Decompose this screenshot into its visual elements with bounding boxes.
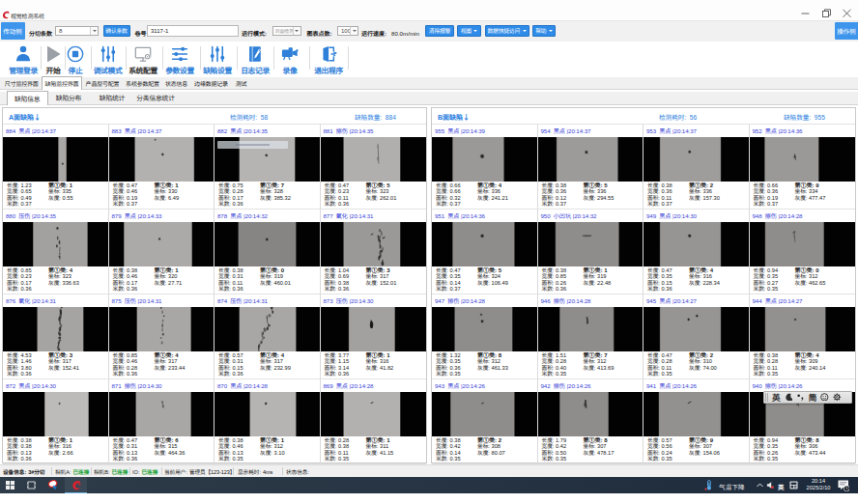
view-menu-button[interactable]: 视图 bbox=[457, 25, 481, 37]
toolbar-button-7[interactable]: 缺陷设置 bbox=[199, 44, 236, 76]
split-count-select[interactable]: 8 bbox=[55, 26, 99, 37]
defect-cell-873[interactable]: 873 压伤 |20:14:30长度: 3.77 宽度: 1.15 面积: 3.… bbox=[321, 294, 427, 379]
confirm-count-button[interactable]: 确认条数 bbox=[103, 25, 130, 37]
tab-sub-4[interactable]: 分类信息统计 bbox=[131, 92, 180, 104]
defect-thumbnail[interactable] bbox=[432, 392, 537, 436]
defect-cell-876[interactable]: 876 氧化 |20:14:31长度: 4.53 宽度: 1.46 面积: 3.… bbox=[3, 294, 109, 379]
defect-thumbnail[interactable] bbox=[3, 222, 108, 266]
defect-thumbnail[interactable] bbox=[321, 222, 427, 266]
defect-thumbnail[interactable] bbox=[644, 392, 749, 436]
defect-cell-880[interactable]: 880 压伤 |20:14:35长度: 0.85 宽度: 0.23 面积: 0.… bbox=[3, 210, 109, 294]
defect-cell-950[interactable]: 950 小凹坑 |20:14:32长度: 0.38 宽度: 0.85 面积: 0… bbox=[538, 210, 644, 294]
defect-thumbnail[interactable] bbox=[538, 307, 644, 351]
defect-cell-952[interactable]: 952 黑点 |20:14:36长度: 0.66 宽度: 0.36 面积: 0.… bbox=[750, 125, 856, 210]
defect-cell-948[interactable]: 948 擦伤 |20:14:28长度: 0.94 宽度: 0.35 面积: 0.… bbox=[750, 210, 856, 294]
defect-thumbnail[interactable] bbox=[321, 307, 427, 351]
active-app-button[interactable] bbox=[65, 477, 87, 493]
defect-cell-946[interactable]: 946 擦伤 |20:14:28长度: 1.51 宽度: 0.28 面积: 0.… bbox=[538, 294, 644, 379]
defect-thumbnail[interactable] bbox=[3, 137, 108, 182]
defect-cell-949[interactable]: 949 黑点 |20:14:30长度: 0.47 宽度: 0.35 面积: 0.… bbox=[644, 210, 750, 294]
defect-thumbnail[interactable] bbox=[109, 392, 214, 436]
ime-mode-button[interactable]: 简 bbox=[809, 393, 817, 402]
defect-thumbnail[interactable] bbox=[538, 222, 644, 266]
defect-cell-947[interactable]: 947 擦伤 |20:14:28长度: 1.32 宽度: 0.35 面积: 0.… bbox=[432, 294, 538, 379]
tab-sub-3[interactable]: 缺陷统计 bbox=[94, 92, 130, 104]
defect-cell-942[interactable]: 942 擦伤 |20:14:26长度: 1.79 宽度: 0.42 面积: 0.… bbox=[538, 379, 644, 464]
chart-points-select[interactable]: 100 bbox=[337, 26, 358, 37]
clear-alarm-button[interactable]: 清除报警 bbox=[425, 25, 454, 37]
defect-thumbnail[interactable] bbox=[109, 222, 214, 266]
ime-lang-button[interactable]: 英 bbox=[772, 393, 781, 402]
defect-thumbnail[interactable] bbox=[644, 137, 749, 182]
toolbar-button-10[interactable]: 退出程序 bbox=[310, 44, 347, 76]
defect-cell-881[interactable]: 881 擦伤 |20:14:35长度: 0.47 宽度: 0.23 面积: 0.… bbox=[321, 125, 427, 210]
defect-cell-875[interactable]: 875 压伤 |20:14:31长度: 0.85 宽度: 0.46 面积: 0.… bbox=[109, 294, 215, 379]
smiley-icon[interactable] bbox=[820, 393, 829, 402]
restore-button[interactable] bbox=[821, 9, 832, 18]
ime-keyboard-icon[interactable] bbox=[789, 481, 798, 490]
defect-thumbnail[interactable] bbox=[644, 307, 749, 351]
taskbar-clock[interactable]: 20:142025/2/10 bbox=[799, 478, 838, 492]
defect-thumbnail[interactable] bbox=[109, 307, 214, 351]
defect-thumbnail[interactable] bbox=[214, 392, 320, 436]
run-mode-select[interactable]: 双面检测 bbox=[272, 26, 301, 37]
tab-main-3[interactable]: 产品型号配置 bbox=[82, 77, 123, 89]
defect-cell-954[interactable]: 954 黑点 |20:14:37长度: 0.38 宽度: 0.36 面积: 0.… bbox=[538, 125, 644, 210]
help-menu-button[interactable]: 帮助 bbox=[532, 25, 556, 37]
settings-gear-icon[interactable] bbox=[833, 393, 842, 402]
defect-cell-882[interactable]: 882 黑点 |20:14:35长度: 0.75 宽度: 0.28 面积: 0.… bbox=[214, 125, 321, 210]
defect-thumbnail[interactable] bbox=[214, 307, 320, 351]
toolbar-button-3[interactable]: 停止 bbox=[63, 44, 88, 76]
defect-thumbnail[interactable] bbox=[214, 222, 320, 266]
weather-text[interactable]: 气温下降 bbox=[719, 482, 745, 491]
defect-thumbnail[interactable] bbox=[538, 137, 644, 182]
defect-thumbnail[interactable] bbox=[432, 222, 537, 266]
defect-thumbnail[interactable] bbox=[321, 137, 427, 182]
defect-cell-872[interactable]: 872 黑点 |20:14:30长度: 0.38 宽度: 0.38 面积: 0.… bbox=[3, 379, 109, 464]
taskview-icon[interactable] bbox=[27, 481, 36, 490]
defect-cell-877[interactable]: 877 氧化 |20:14:31长度: 1.04 宽度: 0.69 面积: 0.… bbox=[321, 210, 427, 294]
defect-cell-944[interactable]: 944 黑点 |20:14:27长度: 0.38 宽度: 0.28 面积: 0.… bbox=[750, 294, 856, 379]
tab-main-4[interactable]: 系统参数配置 bbox=[123, 77, 162, 89]
defect-thumbnail[interactable] bbox=[432, 137, 537, 182]
toolbar-button-6[interactable]: 参数设置 bbox=[161, 44, 198, 76]
chevron-up-icon[interactable] bbox=[756, 481, 764, 490]
toolbar-button-8[interactable]: 日志记录 bbox=[237, 44, 273, 76]
defect-cell-878[interactable]: 878 黑点 |20:14:32长度: 0.38 宽度: 0.31 面积: 0.… bbox=[214, 210, 321, 294]
toolbar-button-4[interactable]: 调试模式 bbox=[90, 44, 127, 76]
tab-main-6[interactable]: 边缘数据记录 bbox=[190, 77, 232, 89]
tab-main-2[interactable]: 缺陷监控界面 bbox=[42, 76, 82, 90]
tab-sub-1[interactable]: 缺陷信息 bbox=[7, 91, 49, 105]
punct-icon[interactable] bbox=[796, 393, 805, 402]
defect-thumbnail[interactable] bbox=[3, 307, 108, 351]
speaker-muted-icon[interactable] bbox=[766, 481, 775, 490]
combo-arrow-button[interactable] bbox=[90, 27, 98, 36]
defect-thumbnail[interactable] bbox=[538, 392, 644, 436]
defect-cell-870[interactable]: 870 黑点 |20:14:28长度: 0.38 宽度: 0.46 面积: 0.… bbox=[214, 379, 321, 464]
defect-thumbnail[interactable] bbox=[109, 137, 214, 182]
tab-main-1[interactable]: 尺寸监控界面 bbox=[2, 77, 43, 89]
defect-thumbnail[interactable] bbox=[750, 137, 856, 182]
defect-thumbnail[interactable] bbox=[750, 222, 856, 266]
toolbar-button-9[interactable]: 录像 bbox=[277, 44, 302, 76]
toolbar-button-5[interactable]: 系统配置 bbox=[125, 44, 161, 76]
defect-cell-941[interactable]: 941 黑点 |20:14:26长度: 0.57 宽度: 0.56 面积: 0.… bbox=[644, 379, 750, 464]
drive-side-button[interactable]: 传动侧 bbox=[1, 22, 25, 40]
grip-icon[interactable] bbox=[765, 393, 768, 402]
tab-main-7[interactable]: 测试 bbox=[232, 77, 250, 89]
remote-app-icon[interactable] bbox=[48, 480, 59, 490]
defect-cell-951[interactable]: 951 黑点 |20:14:36长度: 0.47 宽度: 0.35 面积: 0.… bbox=[432, 210, 538, 294]
defect-thumbnail[interactable] bbox=[644, 222, 749, 266]
defect-cell-874[interactable]: 874 压伤 |20:14:31长度: 0.57 宽度: 0.31 面积: 0.… bbox=[214, 294, 321, 379]
toolbar-button-1[interactable]: 管理登录 bbox=[5, 44, 42, 76]
close-button[interactable] bbox=[842, 9, 852, 18]
roll-number-input[interactable]: 3117-1 bbox=[147, 25, 239, 37]
combo-arrow-button[interactable] bbox=[293, 27, 300, 36]
defect-cell-871[interactable]: 871 擦伤 |20:14:30长度: 0.47 宽度: 0.31 面积: 0.… bbox=[109, 379, 215, 464]
thermometer-icon[interactable] bbox=[704, 480, 714, 490]
defect-cell-943[interactable]: 943 黑点 |20:14:26长度: 0.38 宽度: 0.42 面积: 0.… bbox=[432, 379, 538, 464]
data-access-menu-button[interactable]: 数据快捷访问 bbox=[485, 25, 529, 37]
tab-main-5[interactable]: 状态信息 bbox=[162, 77, 190, 89]
defect-thumbnail[interactable] bbox=[214, 137, 320, 182]
defect-thumbnail[interactable] bbox=[3, 392, 108, 436]
